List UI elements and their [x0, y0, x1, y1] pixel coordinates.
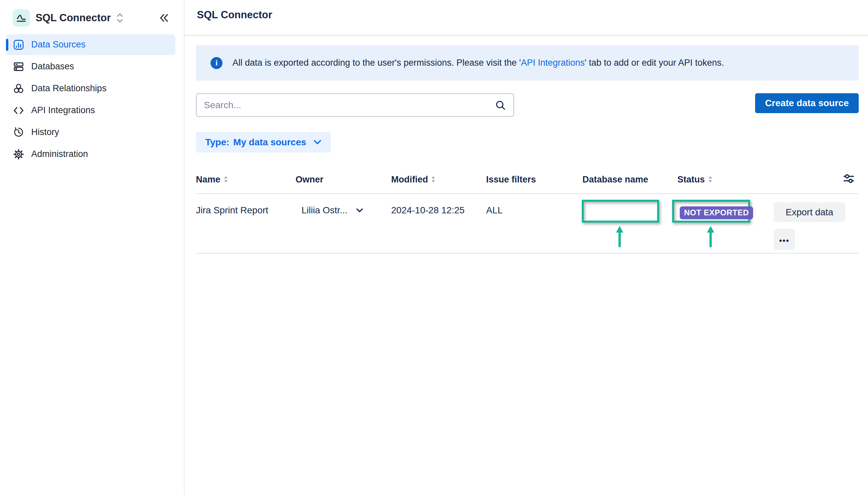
annotation-arrow-up-icon — [615, 226, 624, 250]
main-area: SQL Connector i All data is exported acc… — [185, 0, 868, 495]
bar-chart-icon — [13, 39, 24, 50]
column-settings-icon[interactable] — [843, 172, 855, 187]
sort-arrows-icon — [224, 175, 228, 184]
column-header-issue-filters: Issue filters — [486, 174, 583, 185]
column-header-label: Status — [677, 174, 705, 185]
sidebar-collapse-icon[interactable] — [159, 13, 169, 23]
cell-name[interactable]: Jira Sprint Report — [196, 194, 296, 253]
sidebar-nav: Data Sources Databases Data Relationship… — [0, 34, 184, 165]
column-header-status[interactable]: Status — [677, 174, 774, 185]
status-badge: NOT EXPORTED — [680, 206, 753, 219]
sort-arrows-icon — [431, 175, 436, 184]
chevron-down-icon — [313, 140, 322, 145]
sidebar-item-label: Data Sources — [31, 39, 86, 50]
code-icon — [13, 105, 24, 116]
gear-icon — [13, 149, 24, 160]
type-filter-chip[interactable]: Type: My data sources — [196, 132, 331, 153]
sidebar-item-label: API Integrations — [31, 105, 95, 116]
annotation-highlight-database-name — [582, 200, 659, 223]
sidebar-item-label: Databases — [31, 62, 74, 72]
app-logo-icon — [13, 9, 30, 27]
type-filter-value: My data sources — [233, 137, 306, 148]
database-icon — [13, 61, 24, 72]
relationships-icon — [13, 83, 24, 94]
sidebar-item-databases[interactable]: Databases — [6, 56, 175, 77]
column-header-label: Owner — [296, 174, 324, 185]
sidebar-item-label: Administration — [31, 149, 88, 159]
export-data-button[interactable]: Export data — [774, 202, 845, 222]
search-box[interactable] — [196, 93, 514, 117]
cell-actions: Export data ••• — [774, 194, 859, 253]
column-header-label: Database name — [583, 174, 648, 185]
cell-owner: Liliia Ostr... — [296, 194, 391, 253]
api-integrations-link[interactable]: API Integrations — [521, 58, 585, 68]
banner-text: All data is exported according to the us… — [232, 58, 724, 68]
column-header-label: Modified — [391, 174, 428, 185]
more-actions-button[interactable]: ••• — [774, 229, 795, 250]
annotation-arrow-up-icon — [706, 226, 715, 250]
data-sources-table: Name Owner Modified Issue filters Databa… — [196, 166, 859, 254]
sidebar-header: SQL Connector — [0, 9, 184, 27]
header-divider — [185, 35, 868, 36]
table-header-row: Name Owner Modified Issue filters Databa… — [196, 166, 859, 194]
table-header-settings-cell — [774, 172, 859, 187]
cell-modified: 2024-10-28 12:25 — [391, 194, 486, 253]
info-banner: i All data is exported according to the … — [196, 45, 859, 81]
content: i All data is exported according to the … — [185, 45, 868, 254]
column-header-name[interactable]: Name — [196, 174, 296, 185]
owner-value[interactable]: Liliia Ostr... — [301, 194, 347, 216]
column-header-label: Name — [196, 174, 220, 185]
table-row: Jira Sprint Report Liliia Ostr... 2024-1… — [196, 194, 859, 254]
search-input[interactable] — [204, 100, 495, 110]
history-icon — [13, 127, 24, 138]
sidebar-item-data-sources[interactable]: Data Sources — [6, 34, 175, 55]
page-title: SQL Connector — [185, 0, 868, 21]
sidebar-item-label: History — [31, 127, 59, 137]
sidebar-item-label: Data Relationships — [31, 83, 107, 93]
info-icon: i — [211, 57, 223, 69]
column-header-database-name: Database name — [583, 174, 677, 185]
sidebar-item-data-relationships[interactable]: Data Relationships — [6, 78, 175, 99]
search-icon[interactable] — [495, 100, 506, 111]
sidebar: SQL Connector Data Sources Databases Dat… — [0, 0, 185, 495]
toolbar: Create data source — [196, 93, 859, 117]
cell-issue-filters: ALL — [486, 194, 583, 253]
create-data-source-button[interactable]: Create data source — [755, 93, 859, 113]
app-switcher-chevrons-icon[interactable] — [116, 13, 124, 23]
sidebar-item-api-integrations[interactable]: API Integrations — [6, 100, 175, 121]
sidebar-app-title: SQL Connector — [35, 12, 111, 24]
column-header-owner: Owner — [296, 174, 391, 185]
sort-arrows-icon — [708, 175, 713, 184]
sidebar-item-history[interactable]: History — [6, 122, 175, 143]
column-header-modified[interactable]: Modified — [391, 174, 486, 185]
chevron-down-icon[interactable] — [356, 208, 363, 213]
type-filter-label: Type: — [205, 137, 229, 148]
sidebar-item-administration[interactable]: Administration — [6, 144, 175, 165]
column-header-label: Issue filters — [486, 174, 536, 185]
